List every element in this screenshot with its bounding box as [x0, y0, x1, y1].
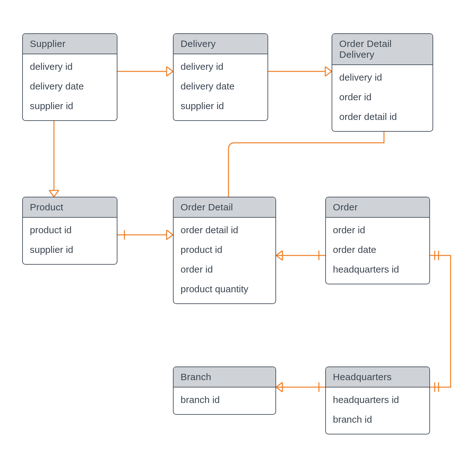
svg-line-18 — [276, 251, 282, 255]
entity-title: Order Detail Delivery — [332, 34, 433, 65]
entity-attrs: order detail id product id order id prod… — [174, 218, 275, 303]
entity-headquarters[interactable]: Headquarters headquarters id branch id — [325, 367, 430, 434]
attr-text: order detail id — [339, 107, 426, 127]
entity-order-detail[interactable]: Order Detail order detail id product id … — [173, 197, 276, 304]
attr-text: branch id — [333, 410, 422, 429]
svg-line-2 — [167, 71, 173, 76]
entity-attrs: delivery id order id order detail id — [332, 65, 433, 131]
entity-title: Order Detail — [174, 197, 275, 218]
attr-text: product id — [181, 240, 268, 260]
entity-attrs: branch id — [174, 387, 275, 414]
entity-order-detail-delivery[interactable]: Order Detail Delivery delivery id order … — [332, 33, 433, 132]
attr-text: supplier id — [30, 240, 110, 260]
attr-text: product quantity — [181, 279, 268, 299]
entity-product[interactable]: Product product id supplier id — [22, 197, 117, 265]
attr-text: order detail id — [181, 220, 268, 240]
attr-text: branch id — [181, 390, 268, 410]
svg-line-30 — [276, 382, 282, 387]
attr-text: delivery id — [30, 57, 110, 76]
svg-line-5 — [325, 67, 332, 71]
svg-line-6 — [325, 71, 332, 76]
entity-title: Delivery — [174, 34, 268, 54]
attr-text: supplier id — [181, 96, 261, 116]
attr-text: product id — [30, 220, 110, 240]
svg-line-9 — [49, 190, 54, 197]
svg-line-19 — [276, 255, 282, 260]
attr-text: headquarters id — [333, 260, 422, 279]
svg-line-15 — [167, 235, 173, 240]
attr-text: delivery date — [181, 76, 261, 96]
entity-delivery[interactable]: Delivery delivery id delivery date suppl… — [173, 33, 268, 121]
svg-line-1 — [167, 67, 173, 71]
svg-line-14 — [167, 230, 173, 235]
entity-title: Branch — [174, 367, 275, 387]
entity-supplier[interactable]: Supplier delivery id delivery date suppl… — [22, 33, 117, 121]
attr-text: order id — [339, 87, 426, 107]
entity-attrs: product id supplier id — [23, 218, 117, 264]
entity-title: Supplier — [23, 34, 117, 54]
entity-attrs: delivery id delivery date supplier id — [23, 54, 117, 120]
entity-title: Product — [23, 197, 117, 218]
attr-text: headquarters id — [333, 390, 422, 410]
entity-attrs: headquarters id branch id — [326, 387, 429, 434]
attr-text: supplier id — [30, 96, 110, 116]
attr-text: order date — [333, 240, 422, 260]
entity-title: Order — [326, 197, 429, 218]
attr-text: order id — [333, 220, 422, 240]
entity-order[interactable]: Order order id order date headquarters i… — [325, 197, 430, 284]
entity-branch[interactable]: Branch branch id — [173, 367, 276, 415]
entity-title: Headquarters — [326, 367, 429, 387]
entity-attrs: delivery id delivery date supplier id — [174, 54, 268, 120]
entity-attrs: order id order date headquarters id — [326, 218, 429, 284]
attr-text: delivery id — [181, 57, 261, 76]
attr-text: delivery date — [30, 76, 110, 96]
svg-line-10 — [54, 190, 59, 197]
attr-text: delivery id — [339, 68, 426, 87]
svg-line-31 — [276, 387, 282, 392]
